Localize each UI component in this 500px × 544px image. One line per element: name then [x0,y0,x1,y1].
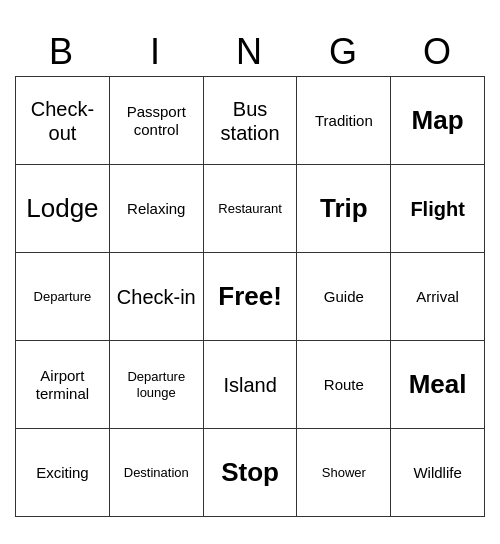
cell-text: Guide [300,288,387,306]
cell-text: Departure lounge [113,369,200,400]
bingo-grid: Check-outPassport controlBus stationTrad… [15,77,485,518]
cell-text: Trip [300,193,387,224]
cell-text: Island [207,373,294,397]
bingo-cell: Route [297,341,391,429]
cell-text: Stop [207,457,294,488]
cell-text: Passport control [113,103,200,139]
cell-text: Bus station [207,97,294,145]
cell-text: Free! [207,281,294,312]
cell-text: Destination [113,465,200,481]
cell-text: Tradition [300,112,387,130]
bingo-cell: Map [391,77,485,165]
bingo-cell: Arrival [391,253,485,341]
cell-text: Arrival [394,288,481,306]
table-row: DepartureCheck-inFree!GuideArrival [16,253,485,341]
bingo-cell: Departure lounge [109,341,203,429]
cell-text: Route [300,376,387,394]
bingo-cell: Airport terminal [16,341,110,429]
cell-text: Map [394,105,481,136]
bingo-header: BINGO [15,27,485,77]
bingo-cell: Check-in [109,253,203,341]
bingo-cell: Guide [297,253,391,341]
header-letter: N [203,27,297,77]
bingo-cell: Restaurant [203,165,297,253]
table-row: LodgeRelaxingRestaurantTripFlight [16,165,485,253]
bingo-cell: Free! [203,253,297,341]
bingo-cell: Trip [297,165,391,253]
table-row: ExcitingDestinationStopShowerWildlife [16,429,485,517]
table-row: Check-outPassport controlBus stationTrad… [16,77,485,165]
cell-text: Exciting [19,464,106,482]
header-letter: I [109,27,203,77]
bingo-cell: Bus station [203,77,297,165]
header-letter: O [391,27,485,77]
cell-text: Lodge [19,193,106,224]
bingo-cell: Check-out [16,77,110,165]
bingo-cell: Passport control [109,77,203,165]
bingo-cell: Relaxing [109,165,203,253]
bingo-cell: Meal [391,341,485,429]
cell-text: Check-out [19,97,106,145]
bingo-cell: Tradition [297,77,391,165]
cell-text: Flight [394,197,481,221]
cell-text: Airport terminal [19,367,106,403]
cell-text: Relaxing [113,200,200,218]
cell-text: Wildlife [394,464,481,482]
bingo-cell: Wildlife [391,429,485,517]
table-row: Airport terminalDeparture loungeIslandRo… [16,341,485,429]
bingo-cell: Shower [297,429,391,517]
cell-text: Shower [300,465,387,481]
bingo-cell: Flight [391,165,485,253]
bingo-cell: Island [203,341,297,429]
cell-text: Restaurant [207,201,294,217]
cell-text: Departure [19,289,106,305]
bingo-cell: Stop [203,429,297,517]
cell-text: Check-in [113,285,200,309]
header-letter: B [15,27,109,77]
header-letter: G [297,27,391,77]
bingo-cell: Destination [109,429,203,517]
cell-text: Meal [394,369,481,400]
bingo-cell: Departure [16,253,110,341]
bingo-cell: Lodge [16,165,110,253]
bingo-cell: Exciting [16,429,110,517]
